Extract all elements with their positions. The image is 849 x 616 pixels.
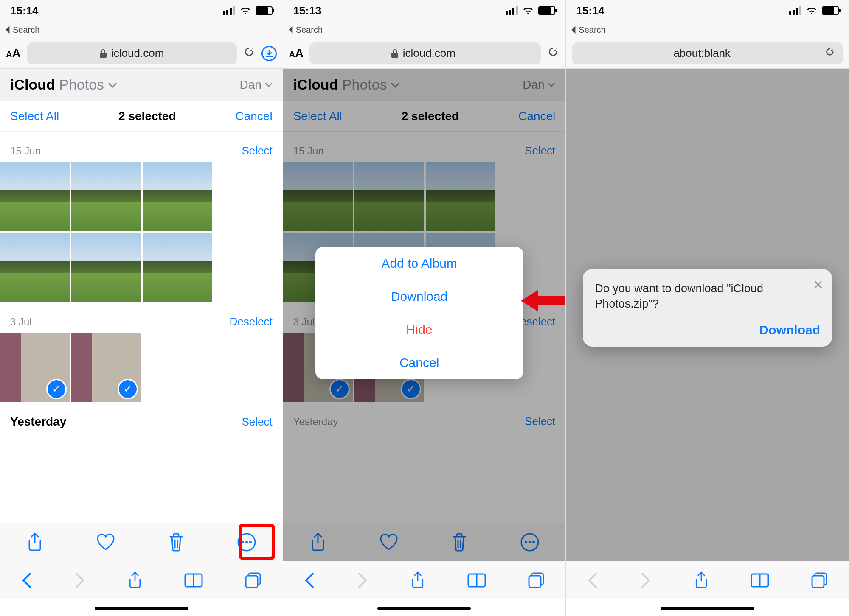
bookmarks-button[interactable]	[467, 572, 486, 588]
more-button[interactable]	[237, 532, 256, 552]
section-action[interactable]: Select	[242, 415, 272, 428]
url-field[interactable]: icloud.com	[309, 42, 541, 64]
bookmarks-button[interactable]	[751, 572, 769, 588]
safari-toolbar	[283, 561, 566, 599]
refresh-button[interactable]	[547, 45, 559, 61]
status-time: 15:13	[293, 4, 322, 17]
dialog-close-button[interactable]: ✕	[813, 277, 824, 292]
battery-icon	[256, 6, 273, 15]
nav-forward-button	[357, 572, 368, 589]
sheet-add-to-album[interactable]: Add to Album	[315, 247, 523, 280]
download-dialog: ✕ Do you want to download "iCloud Photos…	[583, 269, 832, 347]
svg-rect-5	[246, 576, 258, 588]
photo-thumb[interactable]	[143, 233, 212, 302]
account-menu[interactable]: Dan	[240, 78, 273, 92]
checkmark-icon: ✓	[119, 380, 137, 398]
wifi-icon	[522, 6, 534, 15]
nav-back-button[interactable]	[21, 572, 33, 589]
safari-address-bar: AA icloud.com	[283, 38, 566, 69]
icloud-toolbar	[0, 523, 283, 561]
photo-thumb[interactable]	[0, 162, 70, 231]
tabs-button[interactable]	[244, 571, 262, 589]
svg-rect-14	[812, 576, 824, 588]
share-button[interactable]	[26, 532, 44, 552]
tabs-button[interactable]	[527, 571, 545, 589]
back-label: Search	[13, 25, 39, 35]
url-text: icloud.com	[403, 47, 455, 60]
url-text: icloud.com	[111, 47, 164, 60]
trash-button[interactable]	[168, 532, 185, 552]
back-to-search[interactable]: Search	[0, 21, 283, 38]
downloads-button[interactable]	[261, 46, 277, 61]
cellular-icon	[506, 6, 518, 15]
status-bar: 15:14	[566, 0, 849, 21]
photo-thumb[interactable]: ✓	[0, 333, 70, 402]
cancel-button[interactable]: Cancel	[235, 109, 272, 123]
nav-forward-button	[640, 572, 652, 589]
wifi-icon	[806, 6, 818, 15]
nav-forward-button	[74, 572, 86, 589]
back-label: Search	[296, 25, 323, 35]
refresh-button[interactable]	[824, 46, 835, 60]
home-indicator	[95, 607, 188, 610]
status-time: 15:14	[10, 4, 39, 17]
url-text: about:blank	[673, 47, 730, 60]
svg-rect-11	[529, 576, 541, 588]
safari-address-bar: about:blank	[566, 38, 849, 69]
photo-grid-content: 15 Jun Select 3 Jul Deselect ✓ ✓ Yesterd…	[0, 132, 283, 531]
dialog-message: Do you want to download "iCloud Photos.z…	[595, 281, 820, 312]
checkmark-icon: ✓	[48, 380, 65, 398]
screen-3: 15:14 Search about:blank ✕ Do you want t…	[566, 0, 849, 616]
safari-share-button[interactable]	[127, 571, 143, 590]
battery-icon	[822, 6, 839, 15]
safari-address-bar: AA icloud.com	[0, 38, 283, 69]
status-right	[789, 6, 839, 15]
section-date: Yesterday	[10, 415, 66, 428]
refresh-button[interactable]	[243, 45, 256, 61]
lock-icon	[391, 49, 399, 58]
battery-icon	[538, 6, 555, 15]
section-header: 15 Jun Select	[0, 132, 283, 162]
sheet-hide[interactable]: Hide	[315, 313, 523, 346]
select-all-button[interactable]: Select All	[10, 109, 59, 123]
back-to-search[interactable]: Search	[283, 21, 566, 38]
icloud-brand[interactable]: iCloud Photos	[10, 76, 117, 93]
sheet-download[interactable]: Download	[315, 280, 523, 313]
status-right	[223, 6, 273, 15]
chevron-down-icon	[108, 83, 117, 89]
icloud-header: iCloud Photos Dan	[0, 69, 283, 101]
dialog-download-button[interactable]: Download	[595, 323, 820, 337]
photo-thumb[interactable]	[71, 162, 141, 231]
photo-thumb[interactable]	[143, 162, 212, 231]
svg-point-2	[245, 541, 248, 543]
photo-thumb[interactable]	[0, 233, 70, 302]
nav-back-button[interactable]	[304, 572, 315, 589]
favorite-button[interactable]	[96, 533, 115, 551]
svg-point-3	[249, 541, 252, 543]
back-to-search[interactable]: Search	[566, 21, 849, 38]
safari-toolbar	[0, 561, 283, 599]
tabs-button[interactable]	[810, 571, 828, 589]
bookmarks-button[interactable]	[184, 572, 203, 588]
text-size-button[interactable]: AA	[289, 47, 304, 60]
screen-1: 15:14 Search AA icloud.com iCloud Photos	[0, 0, 283, 616]
selection-bar: Select All 2 selected Cancel	[0, 101, 283, 132]
safari-toolbar	[566, 561, 849, 599]
back-label: Search	[579, 25, 605, 35]
photo-thumb[interactable]: ✓	[71, 333, 141, 402]
back-caret-icon	[288, 26, 294, 34]
safari-share-button[interactable]	[410, 571, 426, 590]
cellular-icon	[223, 6, 235, 15]
photo-thumb[interactable]	[71, 233, 141, 302]
nav-back-button	[587, 572, 599, 589]
sheet-cancel[interactable]: Cancel	[315, 346, 523, 379]
section-action[interactable]: Deselect	[230, 315, 273, 328]
text-size-button[interactable]: AA	[6, 47, 21, 60]
section-action[interactable]: Select	[242, 144, 272, 157]
svg-point-1	[242, 541, 244, 543]
safari-share-button[interactable]	[693, 571, 709, 590]
url-field[interactable]: about:blank	[572, 42, 843, 64]
url-field[interactable]: icloud.com	[27, 42, 237, 64]
status-bar: 15:13	[283, 0, 566, 21]
cellular-icon	[789, 6, 801, 15]
